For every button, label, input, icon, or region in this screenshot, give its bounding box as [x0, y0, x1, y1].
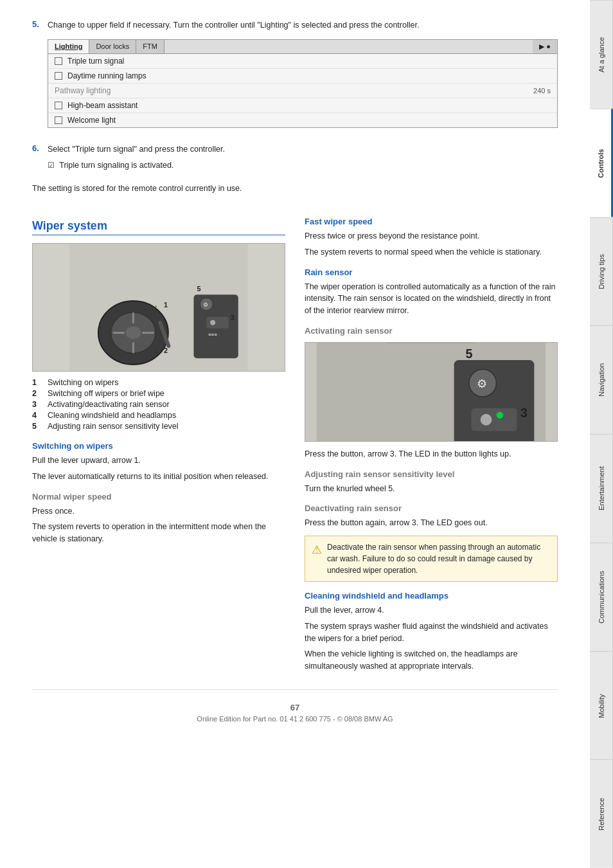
switching-on-text2: The lever automatically returns to its i… [32, 471, 285, 483]
wiper-diagram: 1 ↑ 2 ↓ ⚙ 5 [32, 243, 285, 372]
warning-icon: ⚠ [312, 541, 322, 576]
svg-rect-29 [471, 408, 517, 431]
switching-on-text1: Pull the lever upward, arrow 1. [32, 455, 285, 467]
svg-text:5: 5 [465, 347, 472, 361]
cleaning-title: Cleaning windshield and headlamps [305, 591, 558, 601]
menu-item-daytime-label: Daytime running lamps [67, 71, 147, 80]
sidebar-tabs: At a glance Controls Driving tips Naviga… [590, 0, 613, 868]
list-num-2: 2 [32, 389, 42, 398]
switching-on-title: Switching on wipers [32, 441, 285, 451]
list-text-2: Switching off wipers or brief wipe [48, 389, 164, 398]
menu-item-triple-turn: Triple turn signal [48, 54, 557, 69]
tab-entertainment[interactable]: Entertainment [590, 434, 613, 543]
list-num-4: 4 [32, 411, 42, 420]
svg-point-18 [210, 320, 215, 325]
normal-speed-text1: Press once. [32, 505, 285, 518]
adjusting-title: Adjusting rain sensor sensitivity level [305, 469, 558, 479]
cleaning-text3: When the vehicle lighting is switched on… [305, 648, 558, 673]
menu-tab-doorlocks[interactable]: Door locks [89, 40, 136, 53]
checkbox-daytime[interactable] [55, 72, 62, 80]
rain-sensor-title: Rain sensor [305, 267, 558, 277]
tab-reference[interactable]: Reference [590, 759, 613, 868]
rain-sensor-text1: The wiper operation is controlled automa… [305, 281, 558, 317]
pathway-value: 240 s [533, 87, 551, 95]
deactivating-text1: Press the button again, arrow 3. The LED… [305, 517, 558, 529]
svg-text:3: 3 [231, 314, 235, 321]
menu-item-daytime: Daytime running lamps [48, 69, 557, 84]
list-item-5: 5 Adjusting rain sensor sensitivity leve… [32, 422, 285, 431]
tab-driving-tips[interactable]: Driving tips [590, 217, 613, 326]
list-text-3: Activating/deactivating rain sensor [48, 400, 170, 409]
warning-box: ⚠ Deactivate the rain sensor when passin… [305, 536, 558, 582]
fast-speed-text1: Press twice or press beyond the resistan… [305, 230, 558, 242]
tab-controls[interactable]: Controls [590, 109, 613, 217]
menu-item-highbeam-label: High-beam assistant [67, 101, 138, 110]
wiper-system-title: Wiper system [32, 219, 285, 235]
fast-speed-title: Fast wiper speed [305, 217, 558, 226]
list-num-5: 5 [32, 422, 42, 431]
menu-item-highbeam: High-beam assistant [48, 98, 557, 113]
menu-item-welcome: Welcome light [48, 113, 557, 127]
svg-rect-17 [206, 317, 229, 329]
step-6-number: 6. [32, 143, 42, 176]
adjusting-text1: Turn the knurled wheel 5. [305, 483, 558, 495]
list-item-1: 1 Switching on wipers [32, 378, 285, 387]
step-6-text: Select "Triple turn signal" and press th… [48, 143, 558, 156]
lighting-menu: Lighting Door locks FTM ▶ ● Triple turn … [48, 39, 558, 128]
step-note-text: The setting is stored for the remote con… [32, 183, 558, 195]
list-text-5: Adjusting rain sensor sensitivity level [48, 422, 179, 431]
list-item-4: 4 Cleaning windshield and headlamps [32, 411, 285, 420]
menu-nav-button[interactable]: ▶ ● [533, 40, 557, 53]
svg-text:≡≡≡: ≡≡≡ [208, 332, 217, 338]
list-num-3: 3 [32, 400, 42, 409]
footer-text: Online Edition for Part no. 01 41 2 600 … [32, 715, 558, 723]
tab-at-a-glance[interactable]: At a glance [590, 0, 613, 109]
menu-tab-ftm[interactable]: FTM [136, 40, 164, 53]
svg-text:2: 2 [164, 347, 168, 354]
activating-text1: Press the button, arrow 3. The LED in th… [305, 448, 558, 460]
svg-text:1: 1 [164, 301, 168, 309]
step-5-text: Change to upper field if necessary. Turn… [48, 19, 558, 32]
tab-mobility[interactable]: Mobility [590, 651, 613, 760]
tab-navigation[interactable]: Navigation [590, 325, 613, 434]
step-5-number: 5. [32, 19, 42, 136]
svg-text:⚙: ⚙ [203, 302, 208, 308]
list-item-2: 2 Switching off wipers or brief wipe [32, 389, 285, 398]
rain-sensor-diagram: mirror ⚙ 5 3 [305, 342, 558, 442]
activating-title: Activating rain sensor [305, 326, 558, 336]
right-column: Fast wiper speed Press twice or press be… [305, 208, 558, 676]
menu-item-welcome-label: Welcome light [67, 116, 116, 125]
tab-communications[interactable]: Communications [590, 543, 613, 651]
page-footer: 67 Online Edition for Part no. 01 41 2 6… [32, 689, 558, 729]
svg-text:↓: ↓ [154, 347, 157, 354]
menu-item-pathway: Pathway lighting 240 s [48, 84, 557, 98]
cleaning-text2: The system sprays washer fluid against t… [305, 620, 558, 645]
normal-speed-text2: The system reverts to operation in the i… [32, 521, 285, 545]
svg-text:5: 5 [197, 285, 200, 293]
menu-tab-lighting[interactable]: Lighting [48, 40, 89, 53]
checkmark-text: ☑ Triple turn signaling is activated. [48, 159, 558, 172]
checkbox-welcome[interactable] [55, 116, 62, 124]
list-text-4: Cleaning windshield and headlamps [48, 411, 176, 420]
warning-text: Deactivate the rain sensor when passing … [327, 541, 551, 576]
svg-point-30 [481, 414, 492, 426]
list-text-1: Switching on wipers [48, 378, 118, 387]
list-num-1: 1 [32, 378, 42, 387]
checkbox-highbeam[interactable] [55, 102, 62, 109]
menu-item-triple-label: Triple turn signal [67, 57, 124, 66]
svg-text:3: 3 [520, 406, 528, 420]
deactivating-title: Deactivating rain sensor [305, 503, 558, 513]
checkmark-icon: ☑ [48, 161, 55, 170]
svg-text:⚙: ⚙ [477, 377, 487, 390]
svg-point-31 [497, 411, 504, 419]
numbered-list: 1 Switching on wipers 2 Switching off wi… [32, 378, 285, 431]
fast-speed-text2: The system reverts to normal speed when … [305, 246, 558, 258]
svg-point-3 [126, 327, 141, 339]
svg-text:↑: ↑ [154, 303, 157, 311]
checkbox-triple-turn[interactable] [55, 57, 62, 65]
svg-rect-23 [386, 342, 477, 343]
list-item-3: 3 Activating/deactivating rain sensor [32, 400, 285, 409]
cleaning-text1: Pull the lever, arrow 4. [305, 604, 558, 617]
pathway-label: Pathway lighting [55, 86, 111, 95]
page-number: 67 [32, 703, 558, 712]
